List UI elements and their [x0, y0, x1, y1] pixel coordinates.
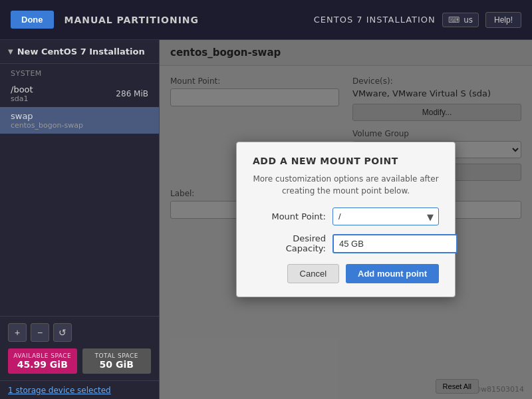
installation-title: New CentOS 7 Installation [17, 47, 145, 57]
modal-subtitle: More customization options are available… [253, 173, 439, 197]
modal-buttons: Cancel Add mount point [253, 264, 439, 283]
modal-mount-point-label: Mount Point: [253, 211, 326, 221]
keyboard-icon: ⌨ [448, 15, 460, 25]
partition-item-boot[interactable]: /boot sda1 286 MiB [0, 80, 159, 107]
storage-device-link[interactable]: 1 storage device selected [8, 386, 111, 395]
partition-swap-sub: centos_bogon-swap [11, 121, 148, 130]
add-partition-button[interactable]: + [8, 323, 27, 342]
add-mount-point-modal: ADD A NEW MOUNT POINT More customization… [236, 142, 456, 297]
refresh-button[interactable]: ↺ [53, 323, 72, 342]
partition-boot-info: /boot sda1 [11, 84, 116, 103]
partition-boot-sub: sda1 [11, 94, 116, 103]
desired-capacity-input[interactable] [332, 234, 458, 253]
add-mount-point-button[interactable]: Add mount point [346, 264, 439, 283]
top-bar-left: Done MANUAL PARTITIONING [11, 11, 199, 29]
modal-mount-point-select[interactable]: / /boot /home /var swap [332, 207, 439, 225]
bottom-buttons: + − ↺ AVAILABLE SPACE 45.99 GiB TOTAL SP… [0, 316, 159, 380]
partition-swap-name: swap [11, 111, 148, 121]
total-space-value: 50 GiB [88, 359, 146, 370]
partition-list: SYSTEM /boot sda1 286 MiB swap centos_bo… [0, 64, 159, 316]
centos-title: CENTOS 7 INSTALLATION [314, 15, 436, 25]
main-content: ▼ New CentOS 7 Installation SYSTEM /boot… [0, 40, 532, 399]
top-bar-right: CENTOS 7 INSTALLATION ⌨ us Help! [314, 12, 521, 28]
modal-capacity-field: Desired Capacity: [253, 233, 439, 253]
partition-boot-name: /boot [11, 84, 116, 94]
keyboard-lang: us [464, 15, 473, 25]
total-space-label: TOTAL SPACE [88, 352, 146, 359]
modal-mount-point-select-wrapper: / /boot /home /var swap ▼ [332, 207, 439, 225]
modal-capacity-label: Desired Capacity: [253, 233, 326, 253]
remove-partition-button[interactable]: − [31, 323, 49, 342]
app-title: MANUAL PARTITIONING [65, 15, 200, 25]
total-space-box: TOTAL SPACE 50 GiB [82, 348, 152, 374]
top-bar: Done MANUAL PARTITIONING CENTOS 7 INSTAL… [0, 0, 532, 40]
expand-icon: ▼ [8, 48, 13, 55]
available-space-label: AVAILABLE SPACE [13, 352, 72, 359]
partition-item-swap[interactable]: swap centos_bogon-swap [0, 107, 159, 134]
left-panel: ▼ New CentOS 7 Installation SYSTEM /boot… [0, 40, 160, 399]
modal-mount-point-field: Mount Point: / /boot /home /var swap ▼ [253, 207, 439, 225]
cancel-button[interactable]: Cancel [287, 264, 339, 283]
storage-link-container: 1 storage device selected [0, 380, 159, 399]
modal-title: ADD A NEW MOUNT POINT [253, 156, 439, 166]
available-space-box: AVAILABLE SPACE 45.99 GiB [8, 348, 77, 374]
installation-header: ▼ New CentOS 7 Installation [0, 40, 159, 64]
partition-swap-info: swap centos_bogon-swap [11, 111, 148, 130]
available-space-value: 45.99 GiB [13, 359, 72, 370]
partition-boot-size: 286 MiB [116, 89, 148, 98]
space-info: AVAILABLE SPACE 45.99 GiB TOTAL SPACE 50… [8, 348, 151, 374]
help-button[interactable]: Help! [485, 12, 521, 28]
system-label: SYSTEM [0, 64, 159, 80]
done-button[interactable]: Done [11, 11, 54, 29]
icon-buttons: + − ↺ [8, 323, 151, 342]
keyboard-indicator[interactable]: ⌨ us [442, 13, 479, 27]
modal-overlay: ADD A NEW MOUNT POINT More customization… [160, 40, 532, 399]
right-panel: centos_bogon-swap Mount Point: Device(s)… [160, 40, 532, 399]
